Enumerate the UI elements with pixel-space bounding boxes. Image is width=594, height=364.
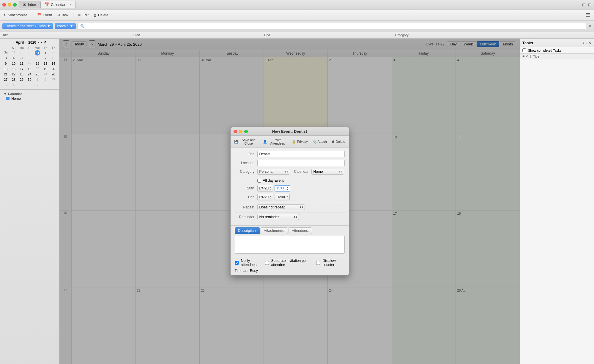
- modal-maximize-button[interactable]: [244, 130, 248, 133]
- mini-day[interactable]: 5: [26, 56, 34, 61]
- mini-day[interactable]: 15: [2, 66, 10, 72]
- start-time-stepper[interactable]: ▲ ▼: [286, 186, 289, 190]
- description-tab[interactable]: Description:: [235, 227, 260, 234]
- mini-day[interactable]: 12: [34, 61, 42, 66]
- separate-checkbox[interactable]: [265, 261, 269, 265]
- mini-day[interactable]: 30: [26, 50, 34, 56]
- mini-day-today[interactable]: 31: [35, 50, 40, 56]
- calendar-item-home[interactable]: Home: [4, 96, 56, 102]
- mini-day[interactable]: 27: [2, 77, 10, 82]
- end-date-input[interactable]: 1/4/20 ▲ ▼: [257, 194, 273, 200]
- start-date-up-icon[interactable]: ▲: [270, 186, 272, 188]
- end-time-input[interactable]: 16:00 ▲ ▼: [275, 194, 290, 200]
- end-date-stepper[interactable]: ▲ ▼: [270, 195, 272, 199]
- mini-day[interactable]: 9: [2, 61, 10, 66]
- edit-button[interactable]: ✏ Edit: [78, 13, 89, 17]
- search-condition-dropdown[interactable]: contain ▼: [55, 23, 76, 29]
- start-date-down-icon[interactable]: ▼: [270, 188, 272, 190]
- mini-day[interactable]: 8: [49, 56, 57, 61]
- mini-day[interactable]: 3: [2, 56, 10, 61]
- mini-day[interactable]: 8: [42, 82, 50, 88]
- disallow-checkbox[interactable]: [316, 261, 320, 265]
- mini-day[interactable]: 21: [2, 72, 10, 77]
- allday-checkbox[interactable]: [257, 179, 261, 183]
- end-date-down-icon[interactable]: ▼: [270, 197, 272, 199]
- mini-day[interactable]: 19: [42, 66, 50, 72]
- mini-day[interactable]: 1: [42, 50, 50, 56]
- mini-day[interactable]: 6: [34, 56, 42, 61]
- attachments-tab[interactable]: Attachments:: [261, 227, 288, 234]
- mini-day[interactable]: 4: [10, 82, 18, 88]
- mini-day[interactable]: 16: [10, 66, 18, 72]
- mini-day[interactable]: 4: [10, 56, 18, 61]
- mini-cal-refresh-icon[interactable]: ↺: [44, 41, 46, 45]
- mini-day[interactable]: 29: [18, 77, 26, 82]
- calendar-checkbox[interactable]: [6, 97, 10, 100]
- task-button[interactable]: ☑ Task: [57, 13, 69, 17]
- mini-day[interactable]: 14: [49, 61, 57, 66]
- start-time-up-icon[interactable]: ▲: [286, 186, 289, 188]
- privacy-button[interactable]: 🔒 Privacy: [291, 139, 309, 144]
- mini-cal-prev-icon[interactable]: ‹: [13, 40, 14, 45]
- tab-close-icon[interactable]: ✕: [70, 3, 72, 6]
- synchronize-button[interactable]: ↻ Synchronize: [4, 13, 27, 17]
- minimize-window-button[interactable]: [8, 3, 11, 7]
- mini-day[interactable]: 26: [49, 72, 57, 77]
- mini-day[interactable]: 29: [18, 50, 26, 56]
- sidebar-toggle-icon[interactable]: ⊞: [582, 2, 586, 7]
- location-input[interactable]: [257, 160, 345, 166]
- mini-cal-year-next-icon[interactable]: ›: [38, 41, 39, 44]
- start-date-input[interactable]: 1/4/20 ▲ ▼: [257, 185, 273, 192]
- mini-day[interactable]: 6: [26, 82, 34, 88]
- end-time-stepper[interactable]: ▲ ▼: [286, 195, 288, 199]
- title-input[interactable]: [257, 151, 345, 157]
- reminder-select[interactable]: No reminder: [257, 214, 299, 220]
- start-time-down-icon[interactable]: ▼: [286, 188, 289, 190]
- mini-day[interactable]: 20: [49, 66, 57, 72]
- event-button[interactable]: 📅 Event: [37, 13, 52, 17]
- mini-day[interactable]: 25: [34, 72, 42, 77]
- invite-attendees-button[interactable]: 👤 Invite Attendees: [262, 137, 289, 146]
- tasks-next-button[interactable]: ›: [585, 40, 587, 45]
- mini-day[interactable]: 2: [49, 50, 57, 56]
- close-window-button[interactable]: [2, 3, 6, 7]
- tasks-filter-icon[interactable]: ≡: [522, 54, 524, 58]
- mini-day[interactable]: 24: [26, 72, 34, 77]
- mini-day[interactable]: 2: [42, 77, 50, 82]
- notify-checkbox[interactable]: [235, 261, 239, 265]
- mini-day[interactable]: 11: [18, 61, 26, 66]
- search-scope-dropdown[interactable]: Events in the Next 7 Days ▼: [2, 23, 53, 29]
- mini-day[interactable]: 22: [10, 72, 18, 77]
- mini-day[interactable]: 28: [10, 77, 18, 82]
- tab-inbox[interactable]: ✉ Inbox: [19, 1, 40, 8]
- search-clear-button[interactable]: ✕: [588, 24, 592, 29]
- mini-day[interactable]: 30: [26, 77, 34, 82]
- mini-day[interactable]: 7: [34, 82, 42, 88]
- start-time-input[interactable]: 15:00 ▲ ▼: [275, 185, 290, 192]
- hamburger-icon[interactable]: ☰: [586, 12, 590, 18]
- window-list-icon[interactable]: ⊟: [588, 2, 592, 7]
- repeat-select[interactable]: Does not repeat: [257, 204, 305, 210]
- attendees-tab[interactable]: Attendees:: [289, 227, 312, 234]
- tasks-prev-button[interactable]: ‹: [583, 40, 584, 45]
- calendar-select[interactable]: Home: [311, 169, 344, 175]
- maximize-window-button[interactable]: [13, 3, 17, 7]
- search-input[interactable]: [86, 24, 584, 28]
- attach-button[interactable]: 📎 Attach: [311, 139, 328, 144]
- description-textarea[interactable]: [235, 236, 345, 254]
- mini-day[interactable]: 5: [18, 82, 26, 88]
- mini-day[interactable]: 1: [34, 77, 42, 82]
- modal-minimize-button[interactable]: [239, 130, 242, 133]
- mini-day[interactable]: 3: [2, 82, 10, 88]
- mini-day[interactable]: 13: [42, 61, 50, 66]
- mini-day[interactable]: 17: [18, 66, 26, 72]
- end-time-down-icon[interactable]: ▼: [286, 197, 288, 199]
- tab-calendar[interactable]: 📅 Calendar ✕: [40, 1, 76, 8]
- mini-day[interactable]: 7: [42, 56, 50, 61]
- mini-cal-next-icon[interactable]: ›: [41, 40, 42, 45]
- calendars-section-header[interactable]: ▼ Calendar: [4, 92, 56, 96]
- modal-close-button[interactable]: [234, 130, 237, 133]
- modal-delete-button[interactable]: 🗑 Delete: [330, 139, 346, 144]
- show-completed-checkbox[interactable]: [522, 48, 526, 52]
- end-date-up-icon[interactable]: ▲: [270, 195, 272, 197]
